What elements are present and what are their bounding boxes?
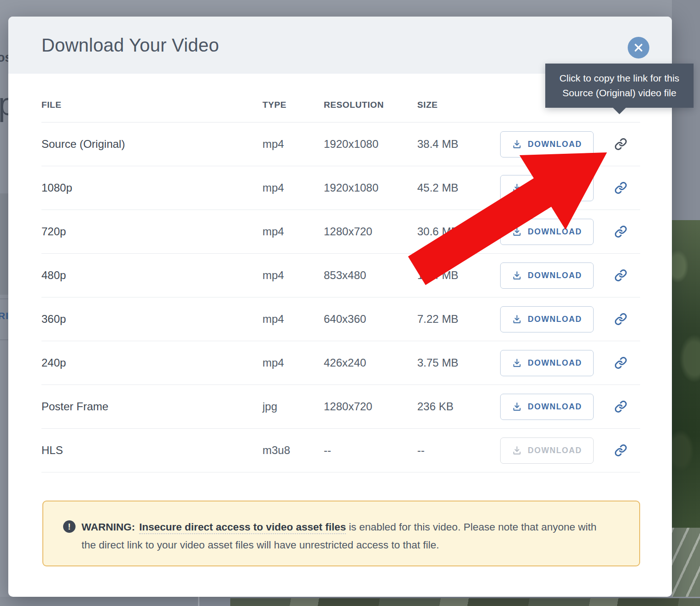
download-button[interactable]: DOWNLOAD [500, 219, 594, 245]
copy-link-button[interactable] [613, 355, 629, 371]
file-resolution: -- [324, 444, 417, 457]
copy-link-button[interactable] [613, 224, 629, 239]
file-name: 360p [41, 313, 262, 326]
background-divider [198, 597, 199, 606]
warning-label: WARNING: [82, 521, 135, 533]
table-row: Poster Frame jpg 1280x720 236 KB DOWNLOA… [41, 385, 640, 429]
download-button[interactable]: DOWNLOAD [500, 262, 594, 289]
file-table: FILE TYPE RESOLUTION SIZE Source (Origin… [41, 74, 640, 472]
file-size: 7.22 MB [417, 313, 500, 326]
copy-link-button[interactable] [613, 268, 629, 283]
copy-link-button[interactable] [613, 180, 629, 196]
file-resolution: 640x360 [324, 313, 417, 326]
download-button[interactable]: DOWNLOAD [500, 306, 594, 332]
file-type: mp4 [262, 225, 324, 238]
file-size: -- [417, 444, 500, 457]
file-name: HLS [41, 444, 262, 457]
link-icon [614, 181, 627, 194]
download-icon [512, 358, 522, 368]
close-button[interactable] [628, 37, 649, 58]
file-resolution: 426x240 [324, 356, 417, 369]
copy-link-tooltip: Click to copy the link for this Source (… [545, 64, 694, 108]
column-header-size: SIZE [417, 100, 500, 110]
file-type: mp4 [262, 269, 324, 282]
copy-link-button[interactable] [613, 136, 629, 152]
table-row: 720p mp4 1280x720 30.6 MB DOWNLOAD [41, 210, 640, 254]
file-name: 720p [41, 225, 262, 238]
download-icon [512, 445, 522, 456]
file-resolution: 1280x720 [324, 400, 417, 413]
file-size: 38.4 MB [417, 138, 500, 151]
download-button[interactable]: DOWNLOAD [500, 131, 594, 157]
file-type: mp4 [262, 313, 324, 326]
file-name: Poster Frame [41, 400, 262, 413]
warning-emphasis: Insecure direct access to video asset fi… [139, 521, 346, 534]
background-band [0, 193, 8, 295]
download-icon [512, 227, 522, 237]
copy-link-button[interactable] [613, 311, 629, 327]
file-size: 3.75 MB [417, 356, 500, 369]
table-row: 240p mp4 426x240 3.75 MB DOWNLOAD [41, 341, 640, 385]
file-size: 30.6 MB [417, 225, 500, 238]
background-divider [0, 339, 8, 340]
download-icon [512, 314, 522, 325]
warning-banner: ! WARNING:Insecure direct access to vide… [42, 501, 640, 566]
file-type: mp4 [262, 356, 324, 369]
file-type: mp4 [262, 138, 324, 151]
download-button[interactable]: DOWNLOAD [500, 350, 594, 376]
file-resolution: 853x480 [324, 269, 417, 282]
download-icon [512, 270, 522, 281]
file-type: m3u8 [262, 444, 324, 457]
warning-icon: ! [63, 520, 76, 533]
close-icon [634, 43, 643, 52]
background-divider [0, 298, 8, 299]
modal-title: Download Your Video [41, 35, 219, 56]
file-type: jpg [262, 400, 324, 413]
link-icon [614, 225, 627, 238]
file-resolution: 1920x1080 [324, 181, 417, 194]
download-button[interactable]: DOWNLOAD [500, 394, 594, 420]
file-size: 236 KB [417, 400, 500, 413]
link-icon [614, 356, 627, 369]
column-header-file: FILE [41, 100, 262, 110]
link-icon [614, 138, 627, 151]
file-name: 240p [41, 356, 262, 369]
copy-link-button[interactable] [613, 443, 629, 458]
background-tab-fragment: RI [0, 310, 9, 321]
file-size: 10.4 MB [417, 269, 500, 282]
column-header-type: TYPE [262, 100, 324, 110]
background-video-strip [230, 598, 700, 606]
file-name: 1080p [41, 181, 262, 194]
file-resolution: 1920x1080 [324, 138, 417, 151]
link-icon [614, 269, 627, 282]
table-row: 480p mp4 853x480 10.4 MB DOWNLOAD [41, 254, 640, 297]
warning-text: WARNING:Insecure direct access to video … [82, 518, 598, 554]
file-name: 480p [41, 269, 262, 282]
table-row: HLS m3u8 -- -- DOWNLOAD [41, 429, 640, 472]
file-size: 45.2 MB [417, 181, 500, 194]
table-row: Source (Original) mp4 1920x1080 38.4 MB … [41, 122, 640, 166]
file-type: mp4 [262, 181, 324, 194]
download-icon [512, 402, 522, 412]
file-name: Source (Original) [41, 138, 262, 151]
copy-link-button[interactable] [613, 399, 629, 414]
download-button[interactable]: DOWNLOAD [500, 175, 594, 201]
link-icon [614, 400, 627, 413]
download-button-disabled: DOWNLOAD [500, 437, 594, 464]
link-icon [614, 313, 627, 326]
table-row: 1080p mp4 1920x1080 45.2 MB DOWNLOAD [41, 166, 640, 210]
link-icon [614, 444, 627, 457]
download-icon [512, 183, 522, 193]
column-header-resolution: RESOLUTION [324, 100, 417, 110]
download-icon [512, 139, 522, 150]
table-row: 360p mp4 640x360 7.22 MB DOWNLOAD [41, 297, 640, 341]
file-resolution: 1280x720 [324, 225, 417, 238]
